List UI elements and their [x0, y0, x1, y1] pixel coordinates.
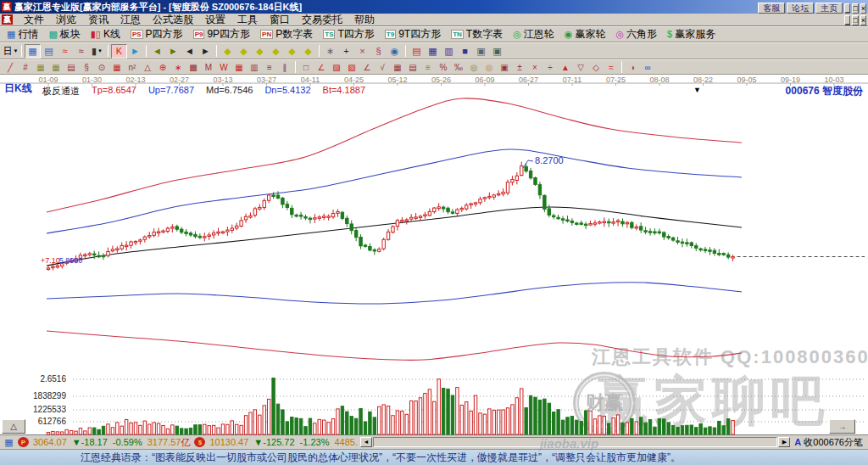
gann-angle-3-button[interactable]: ◆	[252, 44, 268, 59]
divide-tool-icon[interactable]: ÷	[542, 61, 558, 74]
winner-service-button[interactable]: $赢家服务	[663, 25, 721, 43]
wave-tool-icon[interactable]: ≈	[604, 61, 619, 74]
status-scroll-track[interactable]: jiaoba.vip	[373, 437, 777, 447]
quotes-button[interactable]: ▦行情	[3, 25, 44, 43]
t-square-button[interactable]: TST四方形	[319, 25, 381, 43]
calculator-button[interactable]: ▦	[425, 44, 441, 59]
restore-button[interactable]: □	[852, 3, 858, 14]
down-triangle-icon[interactable]: ▽	[573, 61, 588, 74]
menu-help[interactable]: 帮助	[348, 13, 381, 27]
candle-style-selector[interactable]: ▮▼	[89, 44, 105, 59]
t-number-table-button[interactable]: TNT数字表	[447, 25, 509, 43]
sz-index-value[interactable]: 10130.47	[209, 437, 248, 447]
price-grid-icon[interactable]: ▦	[48, 61, 64, 74]
small-wave-button[interactable]: ≈	[57, 44, 73, 59]
menu-browse[interactable]: 浏览	[50, 13, 82, 27]
winner-wheel-button[interactable]: ◉赢家轮	[560, 25, 612, 43]
menu-formula-stock-picking[interactable]: 公式选股	[147, 13, 199, 27]
gann-wheel-button[interactable]: ◎江恩轮	[509, 25, 560, 43]
price-box-icon[interactable]: ▦	[231, 61, 247, 74]
menu-tools[interactable]: 工具	[231, 13, 264, 27]
report-view-button[interactable]: ▤	[41, 44, 57, 59]
up-triangle-icon[interactable]: ▲	[558, 61, 573, 74]
pen-tool-icon[interactable]: ╱	[3, 61, 18, 74]
erase-tool-button[interactable]: ×	[354, 44, 370, 59]
menu-window[interactable]: 窗口	[264, 13, 296, 27]
child-restore-button[interactable]: □	[852, 15, 858, 25]
menu-news[interactable]: 资讯	[82, 13, 114, 27]
play-flag-button[interactable]: ►	[127, 44, 143, 59]
sectors-button[interactable]: ▩板块	[44, 25, 86, 43]
expand-volume-button[interactable]: △	[2, 419, 25, 434]
multiply-tool-icon[interactable]: ×	[527, 61, 542, 74]
minimize-button[interactable]: _	[844, 3, 850, 14]
gann-grid-icon[interactable]: #	[18, 61, 33, 74]
last-bar-button[interactable]: ►	[165, 44, 181, 59]
diamond-tool-icon[interactable]: ◇	[588, 61, 604, 74]
kline-tab[interactable]: 日K线	[4, 81, 32, 96]
child-minimize-button[interactable]: _	[844, 15, 850, 25]
parallel-lines-icon[interactable]: ∥	[277, 61, 292, 74]
levels-icon[interactable]: ≡	[262, 61, 277, 74]
sh-index-value[interactable]: 3064.07	[33, 437, 67, 447]
hand-tool-button[interactable]: ∗	[322, 44, 338, 59]
menu-file[interactable]: 文件	[18, 13, 50, 27]
kline-style-button[interactable]: K	[111, 44, 127, 59]
big-wave-button[interactable]: ≈	[73, 44, 89, 59]
calendar-button[interactable]: ▤	[409, 44, 425, 59]
plus-minus-icon[interactable]: ±	[512, 61, 527, 74]
shaded-rect-icon[interactable]: ▨	[329, 61, 344, 74]
percent-tool-icon[interactable]: %	[436, 61, 451, 74]
first-bar-button[interactable]: ◄	[149, 44, 165, 59]
hatched-rect-icon[interactable]: ▧	[344, 61, 359, 74]
spiral-icon[interactable]: §	[79, 61, 94, 74]
crosshair-button[interactable]: +	[338, 44, 354, 59]
customer-service-button[interactable]: 客服	[758, 3, 785, 14]
p-square-button[interactable]: PSP四方形	[126, 25, 189, 43]
dense-grid-icon[interactable]: ▦	[390, 61, 405, 74]
gann-angle-2-button[interactable]: ◆	[236, 44, 252, 59]
market-grid-icon[interactable]: ▦	[3, 437, 14, 447]
ruled-box-icon[interactable]: ▥	[247, 61, 262, 74]
star-burst-icon[interactable]: ∗	[170, 61, 186, 74]
period-day-selector[interactable]: 日▼	[3, 44, 19, 59]
gann-angle-6-button[interactable]: ◆	[300, 44, 316, 59]
wave-check-icon[interactable]: √	[375, 61, 390, 74]
shaded-square-icon[interactable]: ▩	[186, 61, 201, 74]
menu-gann[interactable]: 江恩	[114, 13, 147, 27]
menu-settings[interactable]: 设置	[199, 13, 231, 27]
child-close-button[interactable]: ×	[860, 15, 866, 25]
prev-bar-button[interactable]: ◄	[181, 44, 198, 59]
forum-button[interactable]: 论坛	[787, 3, 814, 14]
time-grid-icon[interactable]: ▦	[33, 61, 48, 74]
n-square-icon[interactable]: n²	[125, 61, 140, 74]
gann-angle-1-button[interactable]: ◆	[220, 44, 236, 59]
angle-tool-icon[interactable]: ∠	[359, 61, 375, 74]
export-button[interactable]: ▣	[489, 44, 505, 59]
triangle-tool-icon[interactable]: △	[140, 61, 155, 74]
rect-tool-icon[interactable]: □	[298, 61, 314, 74]
permille-tool-icon[interactable]: ‰	[451, 61, 466, 74]
save-button[interactable]: ■	[457, 44, 473, 59]
chart-area[interactable]: 江恩工具软件 QQ:100800360 赢家聊吧 财赢 01-0901-3002…	[0, 75, 868, 435]
golden-ring-icon[interactable]: ◎	[481, 61, 497, 74]
t9-square-button[interactable]: T99T四方形	[381, 25, 447, 43]
time-cycle-icon[interactable]: ⊙	[94, 61, 109, 74]
status-scroll-right-button[interactable]: ▶	[778, 437, 790, 447]
kline-window-button[interactable]: ▦	[25, 44, 41, 59]
magnifier-button[interactable]: ◉	[387, 44, 403, 59]
gann-angle-4-button[interactable]: ◆	[268, 44, 284, 59]
w-wave-icon[interactable]: W	[216, 61, 231, 74]
next-bar-button[interactable]: ►	[198, 44, 214, 59]
lined-box-icon[interactable]: ▤	[405, 61, 420, 74]
menu-trade-order[interactable]: 交易委托	[296, 13, 348, 27]
homepage-button[interactable]: 主页	[815, 3, 843, 14]
infinity-icon[interactable]: ∞	[640, 61, 655, 74]
print-button[interactable]: ▣	[473, 44, 489, 59]
tool-settings-button[interactable]: §	[370, 44, 387, 59]
status-scroll-left-button[interactable]: ◄	[360, 437, 372, 447]
gann-fan-icon[interactable]: ∠	[314, 61, 329, 74]
square-of-nine-icon[interactable]: ▦	[109, 61, 125, 74]
circle-cross-icon[interactable]: ⊕	[155, 61, 170, 74]
sh-index-icon[interactable]: P	[18, 437, 29, 447]
